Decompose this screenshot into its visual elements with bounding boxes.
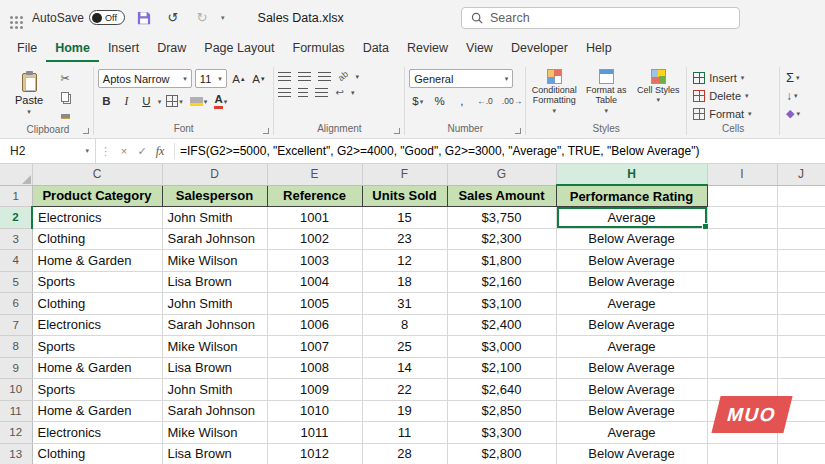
cell-C8[interactable]: Sports <box>32 336 162 358</box>
percent-format-button[interactable]: % <box>431 92 448 110</box>
cell-E13[interactable]: 1012 <box>267 443 362 464</box>
cell-C6[interactable]: Clothing <box>32 293 162 315</box>
tab-help[interactable]: Help <box>577 35 621 62</box>
cell-C10[interactable]: Sports <box>32 379 162 401</box>
chevron-down-icon[interactable]: ▾ <box>158 98 162 105</box>
autosave-toggle[interactable]: AutoSave Off <box>32 10 125 25</box>
cell-F6[interactable]: 31 <box>362 293 447 315</box>
row-header-1[interactable]: 1 <box>0 185 32 207</box>
cell-E12[interactable]: 1011 <box>267 422 362 444</box>
insert-cells-button[interactable]: Insert▾ <box>691 69 746 86</box>
formula-input[interactable]: =IFS(G2>=5000, "Excellent", G2>=4000, "G… <box>180 144 825 158</box>
cell-D12[interactable]: Mike Wilson <box>162 422 267 444</box>
cell-H7[interactable]: Below Average <box>556 314 707 336</box>
cell-F3[interactable]: 23 <box>362 228 447 250</box>
insert-function-icon[interactable]: fx <box>151 144 169 159</box>
tab-review[interactable]: Review <box>398 35 457 62</box>
row-header-11[interactable]: 11 <box>0 400 32 422</box>
cell-J5[interactable] <box>777 271 825 293</box>
cell-F13[interactable]: 28 <box>362 443 447 464</box>
increase-decimal-button[interactable]: ←.0 <box>475 96 495 106</box>
tab-formulas[interactable]: Formulas <box>284 35 354 62</box>
cell-D1[interactable]: Salesperson <box>162 185 267 207</box>
search-box[interactable]: Search <box>461 7 740 29</box>
cell-G8[interactable]: $3,000 <box>447 336 556 358</box>
cell-C9[interactable]: Home & Garden <box>32 357 162 379</box>
cell-C12[interactable]: Electronics <box>32 422 162 444</box>
cell-J7[interactable] <box>777 314 825 336</box>
cell-H10[interactable]: Below Average <box>556 379 707 401</box>
cell-H2[interactable]: Average <box>556 207 707 229</box>
row-header-5[interactable]: 5 <box>0 271 32 293</box>
cell-H11[interactable]: Below Average <box>556 400 707 422</box>
paste-button[interactable]: Paste ▾ <box>7 66 51 122</box>
column-header-G[interactable]: G <box>447 164 556 185</box>
cell-J13[interactable] <box>777 443 825 464</box>
cell-E3[interactable]: 1002 <box>267 228 362 250</box>
cell-D6[interactable]: John Smith <box>162 293 267 315</box>
column-header-E[interactable]: E <box>267 164 362 185</box>
conditional-formatting-button[interactable]: Conditional Formatting ▾ <box>530 66 578 114</box>
cell-G2[interactable]: $3,750 <box>447 207 556 229</box>
tab-developer[interactable]: Developer <box>502 35 577 62</box>
name-box[interactable]: H2 ▾ <box>0 139 96 163</box>
cell-D13[interactable]: Lisa Brown <box>162 443 267 464</box>
cell-G1[interactable]: Sales Amount <box>447 185 556 207</box>
font-size-select[interactable]: 11▾ <box>195 69 227 88</box>
cell-H4[interactable]: Below Average <box>556 250 707 272</box>
cell-F10[interactable]: 22 <box>362 379 447 401</box>
cell-F9[interactable]: 14 <box>362 357 447 379</box>
wrap-text-button[interactable]: ↩ <box>335 87 343 98</box>
align-bottom-button[interactable] <box>318 72 331 81</box>
column-header-D[interactable]: D <box>162 164 267 185</box>
delete-cells-button[interactable]: Delete▾ <box>691 87 750 104</box>
format-cells-button[interactable]: Format▾ <box>691 105 753 122</box>
tab-data[interactable]: Data <box>354 35 398 62</box>
cell-H13[interactable]: Below Average <box>556 443 707 464</box>
cell-J9[interactable] <box>777 357 825 379</box>
undo-button[interactable]: ↺ <box>163 8 183 28</box>
decrease-font-button[interactable]: A▾ <box>250 70 267 88</box>
column-header-J[interactable]: J <box>777 164 825 185</box>
cell-E9[interactable]: 1008 <box>267 357 362 379</box>
cell-C3[interactable]: Clothing <box>32 228 162 250</box>
cut-button[interactable]: ✂ <box>55 70 75 86</box>
cell-E2[interactable]: 1001 <box>267 207 362 229</box>
font-dialog-launcher-icon[interactable] <box>263 128 269 134</box>
format-painter-button[interactable] <box>55 108 75 124</box>
cell-I5[interactable] <box>707 271 777 293</box>
align-top-button[interactable] <box>278 72 291 81</box>
borders-button[interactable]: ▾ <box>164 92 185 110</box>
cell-F1[interactable]: Units Sold <box>362 185 447 207</box>
cell-F4[interactable]: 12 <box>362 250 447 272</box>
font-color-button[interactable]: A▾ <box>212 92 229 110</box>
cell-H8[interactable]: Average <box>556 336 707 358</box>
alignment-dialog-launcher-icon[interactable] <box>394 128 400 134</box>
row-header-2[interactable]: 2 <box>0 207 32 229</box>
row-header-13[interactable]: 13 <box>0 443 32 464</box>
bold-button[interactable]: B <box>98 92 115 110</box>
cell-G3[interactable]: $2,300 <box>447 228 556 250</box>
cell-D7[interactable]: Sarah Johnson <box>162 314 267 336</box>
cell-E10[interactable]: 1009 <box>267 379 362 401</box>
row-header-10[interactable]: 10 <box>0 379 32 401</box>
cell-E5[interactable]: 1004 <box>267 271 362 293</box>
cell-D9[interactable]: Lisa Brown <box>162 357 267 379</box>
cell-styles-button[interactable]: Cell Styles ▾ <box>634 66 682 103</box>
copy-button[interactable] <box>55 89 75 105</box>
cell-C4[interactable]: Home & Garden <box>32 250 162 272</box>
cell-D4[interactable]: Mike Wilson <box>162 250 267 272</box>
cell-I1[interactable] <box>707 185 777 207</box>
fill-color-button[interactable]: ▾ <box>188 92 210 110</box>
cell-E8[interactable]: 1007 <box>267 336 362 358</box>
tab-insert[interactable]: Insert <box>99 35 148 62</box>
redo-button[interactable]: ↻ <box>192 8 212 28</box>
decrease-decimal-button[interactable]: .00→ <box>500 96 524 106</box>
cell-G13[interactable]: $2,800 <box>447 443 556 464</box>
cell-I9[interactable] <box>707 357 777 379</box>
cell-J1[interactable] <box>777 185 825 207</box>
cell-J3[interactable] <box>777 228 825 250</box>
cell-G10[interactable]: $2,640 <box>447 379 556 401</box>
cell-G4[interactable]: $1,800 <box>447 250 556 272</box>
column-header-C[interactable]: C <box>32 164 162 185</box>
